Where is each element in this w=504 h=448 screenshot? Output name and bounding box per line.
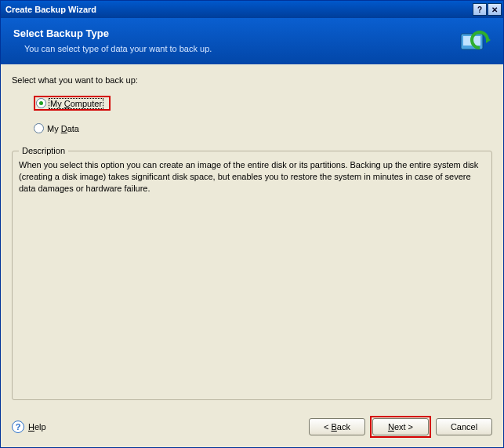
- footer: ? Help < Back Next > Cancel: [1, 408, 503, 447]
- help-link[interactable]: ? Help: [12, 421, 46, 433]
- titlebar-buttons: ? ✕: [472, 3, 502, 16]
- highlight-box: Next >: [370, 416, 431, 438]
- titlebar: Create Backup Wizard ? ✕: [1, 1, 503, 18]
- prompt-label: Select what you want to back up:: [12, 75, 492, 85]
- banner-subtext: You can select type of data your want to…: [13, 44, 491, 53]
- description-text: When you select this option you can crea…: [19, 159, 485, 195]
- my-data-label[interactable]: My Data: [47, 124, 79, 133]
- window-title: Create Backup Wizard: [5, 5, 472, 14]
- close-button[interactable]: ✕: [488, 3, 502, 16]
- wizard-window: Create Backup Wizard ? ✕ Select Backup T…: [0, 0, 504, 448]
- my-computer-radio[interactable]: [36, 98, 46, 108]
- highlight-box: My Computer: [34, 96, 111, 111]
- my-data-row: My Data: [34, 123, 492, 133]
- banner: Select Backup Type You can select type o…: [1, 18, 503, 64]
- content-area: Select what you want to back up: My Comp…: [1, 64, 503, 408]
- description-legend: Description: [19, 146, 68, 155]
- help-label: Help: [28, 422, 46, 432]
- backup-type-group: My Computer My Data: [12, 96, 492, 146]
- backup-icon: [456, 24, 494, 62]
- back-button[interactable]: < Back: [309, 418, 365, 435]
- help-titlebar-button[interactable]: ?: [473, 3, 487, 16]
- my-computer-label[interactable]: My Computer: [49, 99, 103, 108]
- help-icon: ?: [12, 421, 24, 433]
- description-fieldset: Description When you select this option …: [12, 151, 492, 400]
- banner-heading: Select Backup Type: [13, 27, 491, 39]
- my-data-radio[interactable]: [34, 123, 44, 133]
- my-computer-row: My Computer: [34, 96, 492, 111]
- cancel-button[interactable]: Cancel: [436, 418, 492, 435]
- next-button[interactable]: Next >: [372, 418, 429, 435]
